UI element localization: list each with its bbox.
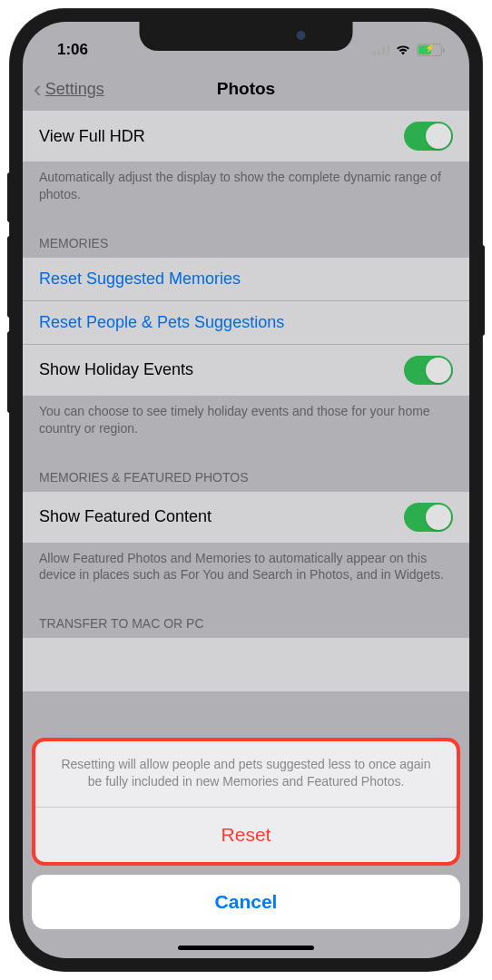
notch [140,22,353,51]
row-label: Show Featured Content [39,507,212,526]
cancel-button[interactable]: Cancel [32,875,460,929]
page-title: Photos [217,79,275,99]
memories-header: MEMORIES [23,218,469,258]
view-full-hdr-row: View Full HDR [23,111,469,162]
cellular-signal-icon [373,44,389,55]
status-time: 1:06 [48,30,88,59]
featured-footer: Allow Featured Photos and Memories to au… [23,543,469,599]
wifi-icon [395,44,411,56]
featured-content-toggle[interactable] [404,503,453,532]
transfer-header: TRANSFER TO MAC OR PC [23,598,469,638]
back-button-label: Settings [45,80,104,99]
row-label: Show Holiday Events [39,360,193,379]
featured-content-row: Show Featured Content [23,492,469,543]
transfer-row-placeholder [23,638,469,692]
back-button[interactable]: ‹ Settings [34,75,104,103]
holiday-events-toggle[interactable] [404,356,453,385]
holiday-events-row: Show Holiday Events [23,345,469,396]
action-sheet: Resetting will allow people and pets sug… [32,738,460,929]
reset-suggested-memories-button[interactable]: Reset Suggested Memories [23,258,469,301]
action-sheet-main: Resetting will allow people and pets sug… [32,738,460,866]
featured-header: MEMORIES & FEATURED PHOTOS [23,452,469,492]
action-sheet-message: Resetting will allow people and pets sug… [35,741,457,808]
reset-people-pets-button[interactable]: Reset People & Pets Suggestions [23,301,469,345]
battery-icon [417,44,442,56]
row-label: View Full HDR [39,127,145,146]
reset-button[interactable]: Reset [35,808,457,862]
row-label: Reset People & Pets Suggestions [39,313,284,332]
home-indicator[interactable] [178,946,314,950]
settings-content[interactable]: View Full HDR Automatically adjust the d… [23,111,469,692]
row-label: Reset Suggested Memories [39,270,241,289]
chevron-left-icon: ‹ [34,75,42,103]
phone-frame: 1:06 ‹ Settings Pho [10,9,482,971]
navigation-bar: ‹ Settings Photos [23,67,469,111]
screen: 1:06 ‹ Settings Pho [23,22,469,958]
hdr-footer: Automatically adjust the display to show… [23,162,469,218]
hdr-toggle[interactable] [404,122,453,151]
memories-footer: You can choose to see timely holiday eve… [23,396,469,452]
